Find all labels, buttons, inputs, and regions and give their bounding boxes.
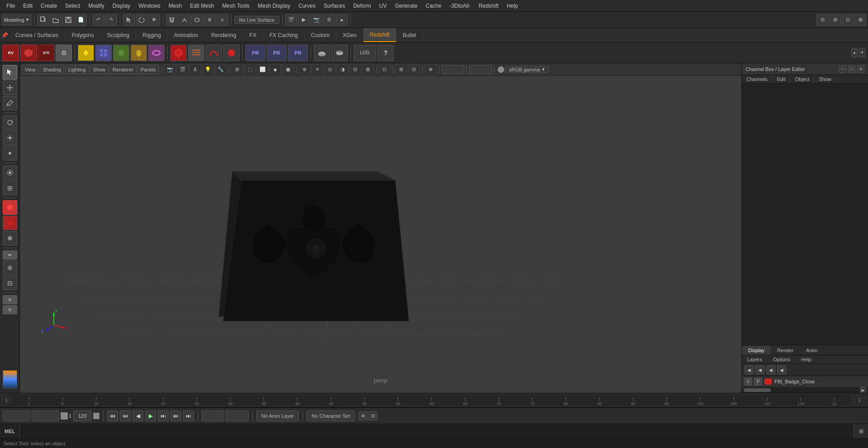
shelf-scroll-up[interactable]: ▲ xyxy=(851,48,858,57)
lo-tab-options[interactable]: Options xyxy=(768,355,796,363)
timeline-tick[interactable]: 80 xyxy=(549,397,583,406)
timeline-tick[interactable]: 100 xyxy=(684,397,717,406)
shelf-icon-bowl1[interactable] xyxy=(314,45,330,61)
transform-tool-btn[interactable]: ✦ xyxy=(3,146,17,160)
shelf-icon-pr1[interactable]: PR xyxy=(245,45,265,61)
no-live-surface-btn[interactable]: No Live Surface xyxy=(234,16,279,24)
shelf-pin-icon[interactable]: 📌 xyxy=(0,28,9,42)
shelf-icon-log[interactable]: LOG xyxy=(354,45,376,61)
layer-visibility-btn[interactable]: V xyxy=(745,378,752,385)
timeline-tick[interactable]: 35 xyxy=(247,397,281,406)
timeline-tick[interactable]: 15 xyxy=(113,397,146,406)
render-options-btn[interactable]: ⚙ xyxy=(323,14,335,26)
timeline-tick[interactable]: 65 xyxy=(448,397,482,406)
tab-bullet[interactable]: Bullet xyxy=(396,28,423,42)
timeline-tick[interactable]: 30 xyxy=(213,397,247,406)
shelf-icon-torus[interactable] xyxy=(148,45,165,61)
dr-tab-render[interactable]: Render xyxy=(771,346,800,355)
render-cam-btn[interactable]: 📷 xyxy=(311,14,322,26)
redo-btn[interactable]: ↷ xyxy=(105,14,117,26)
tab-fx[interactable]: FX xyxy=(243,28,263,42)
tab-rigging[interactable]: Rigging xyxy=(136,28,168,42)
lt-gradient-icon[interactable] xyxy=(3,370,17,388)
no-anim-layer-btn[interactable]: No Anim Layer xyxy=(256,410,299,421)
menu-uv[interactable]: UV xyxy=(376,2,391,10)
lasso-btn[interactable] xyxy=(136,14,147,26)
char-set-btn2[interactable]: ⊟ xyxy=(368,411,377,420)
tab-polygons[interactable]: Polygons xyxy=(65,28,100,42)
tab-custom[interactable]: Custom xyxy=(305,28,336,42)
menu-redshift[interactable]: Redshift xyxy=(475,2,502,10)
timeline-tick[interactable]: 40 xyxy=(281,397,314,406)
save-btn[interactable] xyxy=(62,14,74,26)
menu-help[interactable]: Help xyxy=(503,2,522,10)
menu-curves[interactable]: Curves xyxy=(295,2,319,10)
rotate-tool-btn[interactable] xyxy=(3,115,17,130)
right-panel-scrollbar[interactable]: ▶ xyxy=(742,387,868,393)
timeline-tick[interactable]: 50 xyxy=(348,397,381,406)
timeline-tick[interactable]: 10 xyxy=(79,397,113,406)
shelf-icon-curve-red[interactable] xyxy=(206,45,222,61)
shelf-icon-lines[interactable] xyxy=(188,45,204,61)
menu-windows[interactable]: Windows xyxy=(135,2,164,10)
lt-extra-btn1[interactable]: ⊕ xyxy=(3,260,17,275)
lt-extra-btn2[interactable]: ⊟ xyxy=(3,276,17,290)
render-film-btn[interactable]: 🎬 xyxy=(285,14,297,26)
timeline-tick[interactable]: 55 xyxy=(382,397,415,406)
menu-display[interactable]: Display xyxy=(109,2,134,10)
shelf-icon-bowl2[interactable] xyxy=(331,45,348,61)
menu-generate[interactable]: Generate xyxy=(391,2,421,10)
scrollbar-thumb[interactable] xyxy=(744,388,771,392)
menu-modify[interactable]: Modify xyxy=(85,2,108,10)
panel-minimize-btn[interactable]: ─ xyxy=(839,66,846,73)
shelf-icon-diamond[interactable] xyxy=(78,45,94,61)
timeline-tick[interactable]: 95 xyxy=(650,397,683,406)
shelf-icon-sphere[interactable] xyxy=(113,45,129,61)
shelf-icon-grid[interactable] xyxy=(95,45,112,61)
frame-start-input[interactable]: 1 xyxy=(32,410,59,421)
snap-point-btn[interactable]: ⊕ xyxy=(204,14,216,26)
timeline-tick[interactable]: 70 xyxy=(482,397,515,406)
lt-wide-btn2[interactable]: ≡ xyxy=(3,295,17,304)
shelf-icon-pr3[interactable]: PR xyxy=(288,45,308,61)
lo-tab-help[interactable]: Help xyxy=(796,355,817,363)
cb-tab-channels[interactable]: Channels xyxy=(742,75,772,83)
layer-arrow-left4-btn[interactable]: ◀ xyxy=(777,365,786,374)
component-btn[interactable]: ⊞ xyxy=(3,181,17,195)
shading-btn2[interactable] xyxy=(3,216,17,230)
playback-backward-btn[interactable]: ◀ xyxy=(132,410,143,421)
timeline-tick[interactable]: 85 xyxy=(583,397,616,406)
snap-surface-btn[interactable] xyxy=(191,14,203,26)
timeline-tick[interactable]: 5 xyxy=(46,397,79,406)
lo-tab-layers[interactable]: Layers xyxy=(742,355,768,363)
menu-3dtoall[interactable]: -3DtoAll- xyxy=(446,2,474,10)
open-file-btn[interactable] xyxy=(50,14,61,26)
dr-tab-anim[interactable]: Anim xyxy=(800,346,824,355)
shading-btn3[interactable] xyxy=(3,231,17,245)
timeline-tick[interactable]: 12 xyxy=(818,397,851,406)
layout-btn3[interactable]: ⊡ xyxy=(842,14,854,26)
playback-next-key-btn[interactable]: ⏭ xyxy=(158,410,169,421)
current-frame-input[interactable]: 1 xyxy=(3,410,30,421)
timeline-tick[interactable]: 90 xyxy=(616,397,650,406)
timeline-tick[interactable]: 75 xyxy=(516,397,549,406)
select-tool-btn[interactable] xyxy=(3,65,17,80)
panel-maximize-btn[interactable]: □ xyxy=(848,66,855,73)
workspace-dropdown[interactable]: Modeling ▾ xyxy=(2,14,31,25)
new-file-btn[interactable] xyxy=(37,14,49,26)
tab-fx-caching[interactable]: FX Caching xyxy=(263,28,305,42)
menu-file[interactable]: File xyxy=(3,2,19,10)
layout-btn1[interactable]: ⊟ xyxy=(816,14,828,26)
snap-magnet-btn[interactable] xyxy=(166,14,178,26)
layout-btn2[interactable]: ⊞ xyxy=(829,14,841,26)
layer-row[interactable]: V P FBI_Badge_Close xyxy=(742,376,868,387)
scroll-right-btn[interactable]: ▶ xyxy=(860,387,866,393)
timeline-tick[interactable]: 45 xyxy=(314,397,348,406)
move-tool-btn[interactable] xyxy=(3,80,17,95)
tab-animation[interactable]: Animation xyxy=(168,28,205,42)
shelf-icon-pr2[interactable]: PR xyxy=(267,45,287,61)
menu-mesh-display[interactable]: Mesh Display xyxy=(254,2,294,10)
playback-forward-btn[interactable]: ▶ xyxy=(145,410,156,421)
menu-create[interactable]: Create xyxy=(37,2,61,10)
playback-prev-key-btn[interactable]: ⏮ xyxy=(120,410,131,421)
